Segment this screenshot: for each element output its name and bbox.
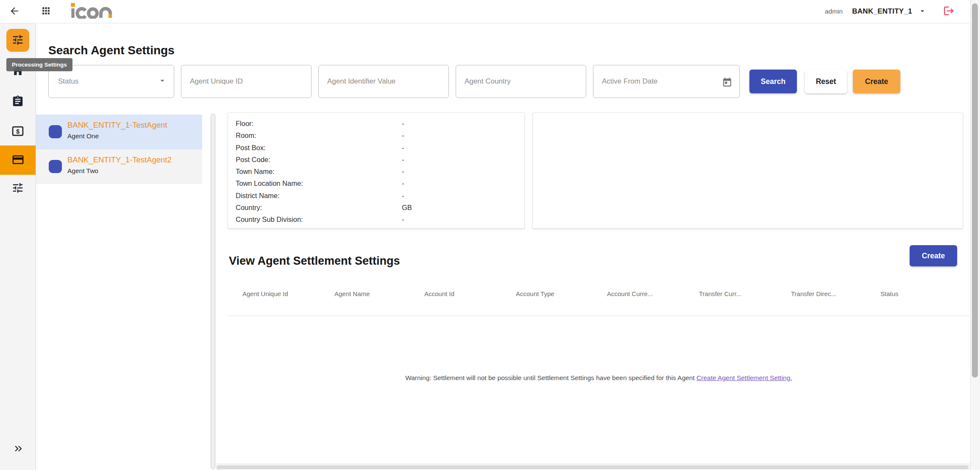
column-header-transfer-direction: Transfer Direc... bbox=[791, 290, 836, 297]
agent-identifier-value-field-wrap bbox=[318, 65, 449, 98]
content-horizontal-scrollbar-thumb[interactable] bbox=[217, 465, 969, 469]
tune-sliders-icon-2 bbox=[11, 182, 24, 196]
detail-label: Country Sub Division: bbox=[236, 215, 303, 223]
agent-name-label: Agent One bbox=[67, 132, 99, 140]
content-horizontal-scrollbar[interactable] bbox=[216, 464, 971, 470]
column-header-account-id: Account Id bbox=[424, 290, 454, 297]
reset-button[interactable]: Reset bbox=[805, 70, 847, 93]
page-vertical-scrollbar[interactable] bbox=[970, 0, 980, 470]
detail-label: Town Name: bbox=[236, 168, 275, 175]
create-settlement-button[interactable]: Create bbox=[910, 245, 957, 266]
agent-identifier-value-input[interactable] bbox=[319, 65, 448, 98]
search-button[interactable]: Search bbox=[749, 70, 797, 93]
agent-id-label: BANK_ENTITY_1-TestAgent2 bbox=[67, 155, 172, 165]
agent-list-item-selected[interactable]: BANK_ENTITY_1-TestAgent Agent One bbox=[36, 115, 202, 149]
icon-logo bbox=[70, 3, 116, 20]
apps-grid-icon bbox=[41, 6, 51, 17]
active-from-date-input[interactable] bbox=[593, 65, 739, 98]
topbar-left-group bbox=[0, 0, 116, 23]
detail-label: Country: bbox=[236, 204, 262, 211]
agent-secondary-card bbox=[532, 112, 963, 229]
sidebar-item-processing-settings[interactable] bbox=[6, 29, 29, 52]
sidebar-item-payments[interactable]: $ bbox=[11, 125, 25, 138]
detail-label: District Name: bbox=[236, 192, 280, 199]
sidebar-item-agent-settings-active[interactable] bbox=[0, 145, 36, 175]
entity-name: BANK_ENTITY_1 bbox=[852, 7, 912, 16]
detail-row: Town Name:- bbox=[228, 165, 524, 177]
column-header-account-type: Account Type bbox=[516, 290, 554, 297]
create-settlement-setting-link[interactable]: Create Agent Settlement Setting. bbox=[696, 374, 792, 381]
create-agent-button[interactable]: Create bbox=[853, 70, 900, 93]
agent-country-input[interactable] bbox=[456, 65, 586, 98]
sidebar-item-tasks[interactable] bbox=[11, 95, 25, 109]
detail-value: - bbox=[402, 142, 404, 154]
active-from-date-field-wrap bbox=[593, 65, 740, 98]
agent-unique-id-input[interactable] bbox=[181, 65, 311, 98]
detail-value: - bbox=[402, 129, 404, 141]
column-header-agent-unique-id: Agent Unique Id bbox=[242, 290, 288, 297]
detail-row: Town Location Name:- bbox=[228, 177, 524, 189]
status-select-label: Status bbox=[58, 77, 78, 86]
detail-row: Floor:- bbox=[228, 118, 524, 129]
agent-avatar bbox=[49, 125, 62, 138]
detail-label: Town Location Name: bbox=[236, 179, 303, 187]
detail-label: Room: bbox=[236, 131, 256, 139]
svg-text:$: $ bbox=[16, 128, 19, 134]
agent-name-label: Agent Two bbox=[67, 167, 98, 175]
column-header-account-currency: Account Curre... bbox=[607, 290, 653, 297]
calendar-icon[interactable] bbox=[722, 77, 732, 89]
top-bar: admin BANK_ENTITY_1 bbox=[0, 0, 980, 23]
settlement-warning-text: Warning: Settlement will not be possible… bbox=[405, 374, 695, 381]
double-chevron-right-icon bbox=[12, 443, 24, 456]
detail-label: Post Code: bbox=[236, 156, 270, 163]
sidebar-expand-button[interactable] bbox=[11, 442, 25, 456]
page-vertical-scrollbar-thumb[interactable] bbox=[972, 3, 978, 378]
detail-pane-scrollbar-thumb[interactable] bbox=[211, 114, 215, 469]
detail-value: GB bbox=[402, 201, 412, 213]
agent-country-field-wrap bbox=[456, 65, 586, 98]
detail-pane-scrollbar[interactable] bbox=[210, 113, 216, 470]
app-window: admin BANK_ENTITY_1 bbox=[0, 0, 980, 470]
agent-address-card: Floor:- Room:- Post Box:- Post Code:- To… bbox=[228, 112, 525, 229]
settlement-section-title: View Agent Settlement Settings bbox=[229, 255, 400, 268]
agent-list-item[interactable]: BANK_ENTITY_1-TestAgent2 Agent Two bbox=[36, 149, 202, 184]
detail-label: Floor: bbox=[236, 120, 253, 127]
detail-value: - bbox=[402, 154, 404, 165]
agent-id-label: BANK_ENTITY_1-TestAgent bbox=[67, 120, 167, 130]
detail-row: Room:- bbox=[228, 129, 524, 141]
back-button[interactable] bbox=[6, 3, 23, 20]
table-header-divider bbox=[228, 316, 970, 316]
sidebar-item-configuration[interactable] bbox=[11, 182, 25, 195]
agent-unique-id-field-wrap bbox=[181, 65, 312, 98]
column-header-agent-name: Agent Name bbox=[334, 290, 370, 297]
detail-row: Country Sub Division:- bbox=[228, 213, 524, 225]
apps-grid-button[interactable] bbox=[37, 3, 54, 20]
dollar-icon: $ bbox=[11, 125, 24, 139]
detail-row: Post Box:- bbox=[228, 142, 524, 154]
sidebar: $ bbox=[0, 23, 36, 470]
detail-row: Post Code:- bbox=[228, 154, 524, 165]
logout-button[interactable] bbox=[940, 3, 957, 20]
detail-value: - bbox=[402, 213, 404, 225]
settlement-warning: Warning: Settlement will not be possible… bbox=[228, 374, 970, 382]
page-title: Search Agent Settings bbox=[48, 44, 175, 57]
detail-value: - bbox=[402, 165, 404, 177]
column-header-transfer-currency: Transfer Curr... bbox=[699, 290, 741, 297]
arrow-left-icon bbox=[9, 6, 20, 18]
column-header-status: Status bbox=[880, 290, 899, 297]
credit-card-icon bbox=[11, 153, 25, 168]
clipboard-icon bbox=[11, 95, 24, 109]
logout-icon bbox=[943, 5, 955, 18]
user-role-label: admin bbox=[825, 8, 843, 15]
tune-sliders-icon bbox=[11, 34, 24, 48]
dropdown-arrow-icon bbox=[158, 76, 167, 87]
chevron-down-icon bbox=[918, 7, 927, 17]
processing-settings-tooltip: Processing Settings bbox=[6, 58, 72, 71]
agent-avatar bbox=[49, 160, 62, 173]
detail-value: - bbox=[402, 177, 404, 189]
topbar-right-group: admin BANK_ENTITY_1 bbox=[825, 0, 957, 23]
entity-selector[interactable]: BANK_ENTITY_1 bbox=[852, 7, 927, 17]
detail-value: - bbox=[402, 190, 404, 201]
detail-label: Post Box: bbox=[236, 144, 266, 151]
detail-row: District Name:- bbox=[228, 190, 524, 201]
